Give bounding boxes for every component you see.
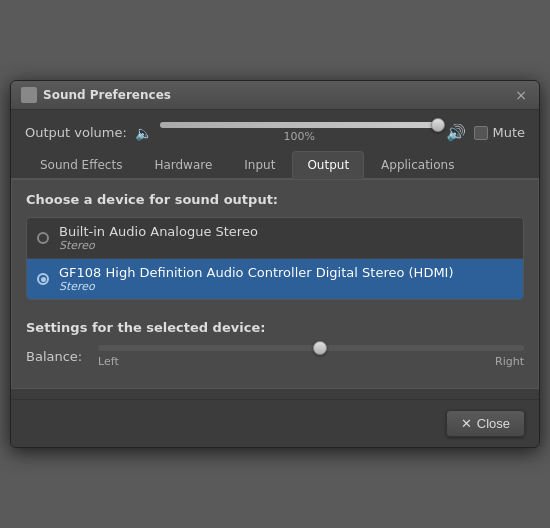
device-list: Built-in Audio Analogue Stereo Stereo GF… — [26, 217, 524, 300]
titlebar-title: Sound Preferences — [43, 88, 171, 102]
device-name-hdmi: GF108 High Definition Audio Controller D… — [59, 265, 454, 280]
device-section-title: Choose a device for sound output: — [26, 192, 524, 207]
volume-slider-fill — [160, 122, 439, 128]
tab-output[interactable]: Output — [292, 151, 364, 179]
volume-percent: 100% — [283, 130, 314, 143]
titlebar-app-icon — [21, 87, 37, 103]
output-panel: Choose a device for sound output: Built-… — [11, 179, 539, 389]
device-item-builtin[interactable]: Built-in Audio Analogue Stereo Stereo — [27, 218, 523, 259]
volume-label: Output volume: — [25, 125, 127, 140]
volume-low-icon: 🔈 — [135, 125, 152, 141]
mute-area[interactable]: Mute — [474, 125, 525, 140]
balance-slider-wrap: Left Right — [98, 345, 524, 368]
settings-section: Settings for the selected device: Balanc… — [26, 312, 524, 376]
device-info-hdmi: GF108 High Definition Audio Controller D… — [59, 265, 454, 293]
device-radio-builtin[interactable] — [37, 232, 49, 244]
tab-applications[interactable]: Applications — [366, 151, 469, 178]
window-content: Output volume: 🔈 100% 🔊 Mute Sound Effec… — [11, 110, 539, 399]
titlebar-close-button[interactable]: × — [513, 87, 529, 103]
close-button[interactable]: ✕ Close — [446, 410, 525, 437]
tab-input[interactable]: Input — [229, 151, 290, 178]
tabs: Sound Effects Hardware Input Output Appl… — [11, 151, 539, 179]
tab-sound-effects[interactable]: Sound Effects — [25, 151, 137, 178]
volume-slider-wrap: 100% — [160, 122, 439, 143]
sound-preferences-window: Sound Preferences × Output volume: 🔈 100… — [10, 80, 540, 448]
mute-checkbox[interactable] — [474, 126, 488, 140]
balance-label: Balance: — [26, 349, 86, 364]
titlebar: Sound Preferences × — [11, 81, 539, 110]
device-type-builtin: Stereo — [59, 239, 258, 252]
device-radio-hdmi[interactable] — [37, 273, 49, 285]
balance-slider-thumb[interactable] — [313, 341, 327, 355]
mute-label: Mute — [492, 125, 525, 140]
close-icon: ✕ — [461, 416, 472, 431]
footer: ✕ Close — [11, 399, 539, 447]
device-name-builtin: Built-in Audio Analogue Stereo — [59, 224, 258, 239]
volume-slider-track[interactable] — [160, 122, 439, 128]
close-label: Close — [477, 416, 510, 431]
tab-hardware[interactable]: Hardware — [139, 151, 227, 178]
device-type-hdmi: Stereo — [59, 280, 454, 293]
settings-title: Settings for the selected device: — [26, 320, 524, 335]
balance-right-label: Right — [495, 355, 524, 368]
balance-labels: Left Right — [98, 355, 524, 368]
volume-slider-thumb[interactable] — [431, 118, 445, 132]
volume-high-icon: 🔊 — [446, 123, 466, 142]
balance-slider-track[interactable] — [98, 345, 524, 351]
device-item-hdmi[interactable]: GF108 High Definition Audio Controller D… — [27, 259, 523, 299]
device-info-builtin: Built-in Audio Analogue Stereo Stereo — [59, 224, 258, 252]
titlebar-left: Sound Preferences — [21, 87, 171, 103]
volume-row: Output volume: 🔈 100% 🔊 Mute — [25, 122, 525, 143]
balance-row: Balance: Left Right — [26, 345, 524, 368]
balance-left-label: Left — [98, 355, 119, 368]
